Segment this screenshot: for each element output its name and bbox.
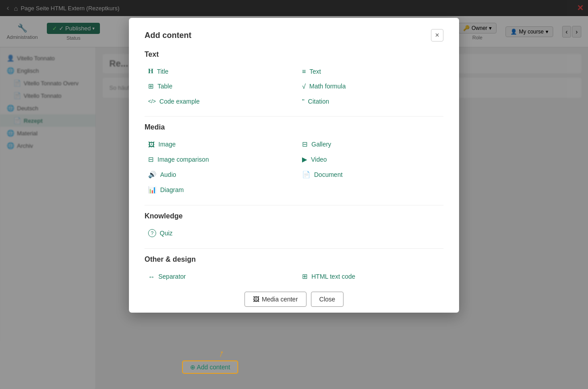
table-icon: ⊞ (148, 82, 154, 90)
content-item-gallery[interactable]: ⊟ Gallery (298, 138, 443, 151)
content-item-text[interactable]: ≡ Text (298, 65, 443, 77)
media-center-icon: 🖼 (253, 296, 259, 303)
content-item-label: Gallery (311, 141, 331, 148)
math-icon: √ (302, 83, 306, 90)
content-item-label: Code example (159, 98, 199, 105)
content-item-image-comparison[interactable]: ⊟ Image comparison (145, 153, 290, 166)
content-item-table[interactable]: ⊞ Table (145, 80, 290, 92)
content-item-math[interactable]: √ Math formula (298, 80, 443, 92)
divider-2 (145, 205, 443, 205)
divider-3 (145, 248, 443, 249)
add-content-modal: Add content × Text H Title ≡ Text ⊞ Tabl… (129, 18, 459, 313)
title-icon: H (148, 67, 153, 75)
close-modal-button[interactable]: Close (311, 292, 344, 307)
content-item-label: Document (314, 171, 343, 178)
content-item-label: Image comparison (157, 156, 209, 163)
content-item-document[interactable]: 📄 Document (298, 168, 443, 181)
video-icon: ▶ (302, 155, 307, 163)
content-item-html-text-code[interactable]: ⊞ HTML text code (298, 270, 443, 283)
html-icon: ⊞ (302, 272, 308, 280)
diagram-icon: 📊 (148, 186, 157, 194)
content-item-label: Separator (158, 273, 186, 280)
divider-1 (145, 116, 443, 117)
content-item-label: Citation (308, 98, 329, 105)
modal-header: Add content × (145, 29, 443, 42)
content-item-label: HTML text code (311, 273, 355, 280)
code-icon: </> (148, 98, 156, 105)
modal-overlay: Add content × Text H Title ≡ Text ⊞ Tabl… (0, 0, 588, 389)
knowledge-content-grid: ? Quiz (145, 227, 443, 239)
knowledge-section-title: Knowledge (145, 212, 443, 220)
content-item-video[interactable]: ▶ Video (298, 153, 443, 166)
content-item-label: Quiz (160, 230, 173, 237)
media-center-label: Media center (262, 296, 298, 303)
other-content-grid: ↔ Separator ⊞ HTML text code (145, 270, 443, 283)
content-item-label: Image (158, 141, 176, 148)
content-item-label: Table (157, 83, 172, 90)
audio-icon: 🔊 (148, 171, 157, 179)
content-item-label: Video (311, 156, 327, 163)
content-item-label: Audio (160, 171, 176, 178)
content-item-title[interactable]: H Title (145, 65, 290, 77)
content-item-label: Diagram (160, 186, 184, 193)
close-modal-label: Close (319, 296, 335, 303)
modal-close-button[interactable]: × (431, 29, 443, 42)
content-item-label: Title (157, 68, 169, 75)
text-section-title: Text (145, 50, 443, 59)
image-icon: 🖼 (148, 141, 155, 148)
other-section-title: Other & design (145, 255, 443, 264)
quiz-icon: ? (148, 229, 156, 237)
media-center-button[interactable]: 🖼 Media center (244, 292, 306, 307)
content-item-label: Math formula (309, 83, 346, 90)
separator-icon: ↔ (148, 273, 155, 280)
text-icon: ≡ (302, 67, 306, 75)
content-item-separator[interactable]: ↔ Separator (145, 270, 290, 283)
content-item-image[interactable]: 🖼 Image (145, 138, 290, 151)
citation-icon: " (302, 97, 304, 105)
modal-footer: 🖼 Media center Close (145, 292, 443, 307)
media-content-grid: 🖼 Image ⊟ Gallery ⊟ Image comparison ▶ V… (145, 138, 443, 196)
content-item-label: Text (310, 68, 321, 75)
modal-title: Add content (145, 31, 191, 40)
content-item-citation[interactable]: " Citation (298, 95, 443, 107)
document-icon: 📄 (302, 171, 311, 179)
content-item-quiz[interactable]: ? Quiz (145, 227, 290, 239)
gallery-icon: ⊟ (302, 140, 308, 148)
content-item-audio[interactable]: 🔊 Audio (145, 168, 290, 181)
content-item-code[interactable]: </> Code example (145, 95, 290, 107)
content-item-diagram[interactable]: 📊 Diagram (145, 184, 290, 196)
media-section-title: Media (145, 123, 443, 131)
text-content-grid: H Title ≡ Text ⊞ Table √ Math formula </… (145, 65, 443, 107)
image-comparison-icon: ⊟ (148, 155, 154, 163)
